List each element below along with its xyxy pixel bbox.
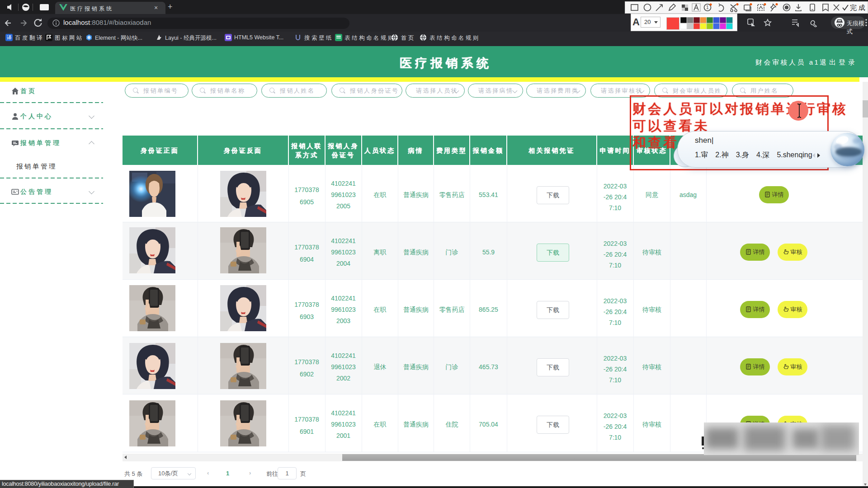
svg-text:1: 1 (706, 5, 709, 10)
